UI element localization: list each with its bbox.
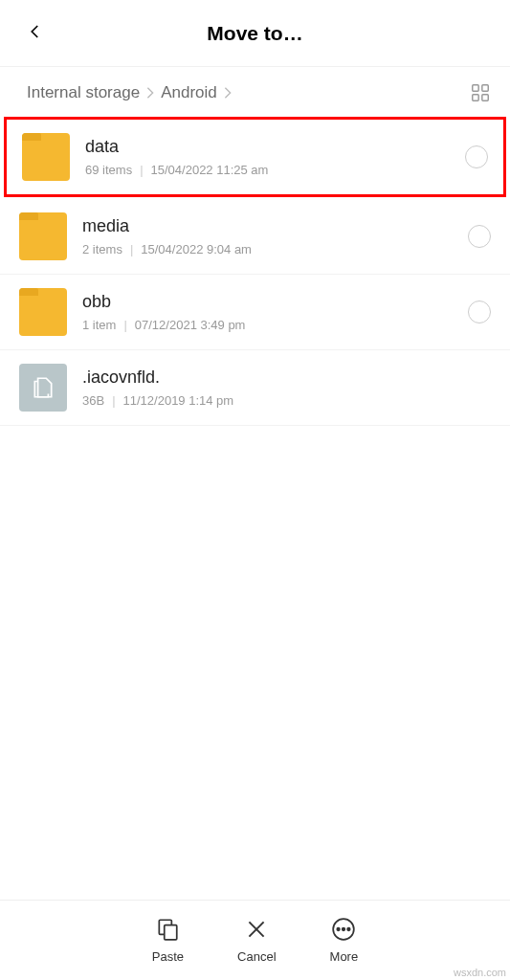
item-date: 11/12/2019 1:14 pm [123, 393, 234, 408]
select-radio[interactable] [468, 301, 491, 323]
item-info: obb1 item|07/12/2021 3:49 pm [82, 292, 468, 332]
svg-rect-1 [482, 85, 488, 91]
breadcrumb-row: Internal storage Android [0, 67, 510, 115]
svg-rect-5 [165, 925, 177, 940]
file-icon [19, 364, 67, 412]
back-button[interactable] [27, 23, 44, 44]
breadcrumb[interactable]: Internal storage Android [27, 83, 470, 102]
list-item[interactable]: obb1 item|07/12/2021 3:49 pm [0, 275, 510, 350]
list-item[interactable]: media2 items|15/04/2022 9:04 am [0, 199, 510, 275]
item-meta: 36B|11/12/2019 1:14 pm [82, 393, 491, 408]
paste-label: Paste [152, 949, 184, 964]
grid-view-toggle[interactable] [470, 82, 491, 103]
meta-divider: | [123, 318, 126, 332]
item-name: obb [82, 292, 468, 312]
page-title: Move to… [0, 22, 510, 45]
item-name: data [85, 137, 465, 157]
list-item[interactable]: .iacovnfld.36B|11/12/2019 1:14 pm [0, 350, 510, 426]
cancel-label: Cancel [237, 949, 276, 964]
svg-point-9 [338, 928, 341, 931]
list-item[interactable]: data69 items|15/04/2022 11:25 am [4, 117, 506, 197]
item-date: 07/12/2021 3:49 pm [135, 318, 246, 332]
meta-divider: | [140, 163, 143, 177]
svg-point-11 [347, 928, 350, 931]
svg-rect-2 [473, 95, 478, 100]
svg-point-10 [343, 928, 345, 931]
breadcrumb-part[interactable]: Android [161, 83, 217, 102]
bottom-toolbar: Paste Cancel More [0, 900, 510, 980]
item-info: data69 items|15/04/2022 11:25 am [85, 137, 465, 177]
item-count: 2 items [82, 242, 122, 256]
chevron-right-icon [145, 86, 155, 100]
svg-rect-0 [473, 85, 478, 91]
item-meta: 2 items|15/04/2022 9:04 am [82, 242, 468, 256]
item-info: .iacovnfld.36B|11/12/2019 1:14 pm [82, 368, 491, 408]
item-meta: 69 items|15/04/2022 11:25 am [85, 163, 465, 177]
folder-icon [19, 212, 67, 260]
watermark: wsxdn.com [454, 967, 506, 978]
paste-icon [155, 917, 180, 946]
file-list: data69 items|15/04/2022 11:25 ammedia2 i… [0, 115, 510, 900]
paste-button[interactable]: Paste [152, 917, 184, 964]
more-label: More [330, 949, 359, 964]
item-name: media [82, 216, 468, 236]
folder-icon [22, 133, 70, 181]
item-count: 1 item [82, 318, 116, 332]
item-name: .iacovnfld. [82, 368, 491, 388]
chevron-right-icon [223, 86, 233, 100]
item-count: 36B [82, 393, 104, 408]
item-info: media2 items|15/04/2022 9:04 am [82, 216, 468, 256]
meta-divider: | [130, 242, 133, 256]
svg-rect-3 [482, 95, 488, 100]
item-count: 69 items [85, 163, 132, 177]
more-icon [331, 917, 356, 946]
item-meta: 1 item|07/12/2021 3:49 pm [82, 318, 468, 332]
folder-icon [19, 288, 67, 336]
select-radio[interactable] [468, 225, 491, 248]
meta-divider: | [112, 393, 115, 408]
item-date: 15/04/2022 11:25 am [151, 163, 269, 177]
header: Move to… [0, 0, 510, 67]
breadcrumb-part[interactable]: Internal storage [27, 83, 140, 102]
item-date: 15/04/2022 9:04 am [141, 242, 252, 256]
cancel-button[interactable]: Cancel [237, 917, 276, 964]
close-icon [244, 917, 269, 946]
more-button[interactable]: More [330, 917, 359, 964]
select-radio[interactable] [465, 145, 488, 168]
